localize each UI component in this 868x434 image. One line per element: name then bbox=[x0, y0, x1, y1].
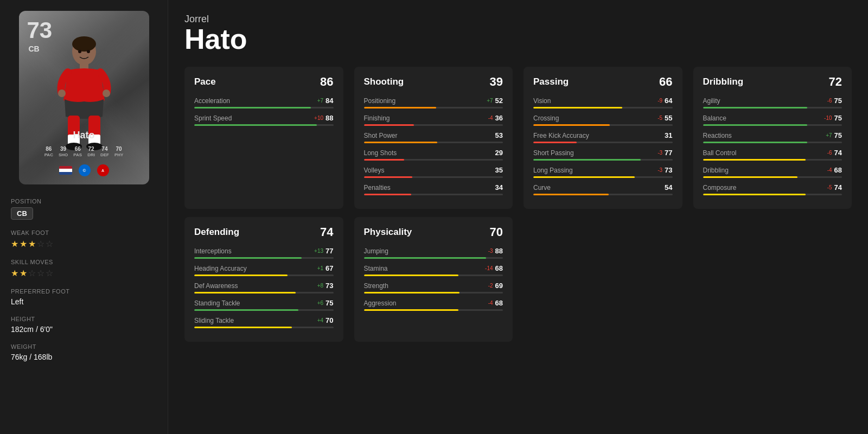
stat-name-physicality-0: Jumping bbox=[364, 247, 388, 255]
svg-point-12 bbox=[87, 50, 90, 53]
height-value: 182cm / 6'0" bbox=[11, 325, 157, 334]
stat-bar-fill-shooting-5 bbox=[364, 194, 411, 195]
stat-value-dribbling-1: 75 bbox=[834, 114, 842, 122]
stat-value-passing-0: 64 bbox=[665, 97, 672, 105]
stat-value-dribbling-2: 75 bbox=[834, 131, 842, 139]
stat-row-dribbling-3: Ball Control-674 bbox=[703, 149, 843, 161]
stat-value-dribbling-5: 74 bbox=[834, 183, 842, 192]
stat-value-passing-5: 54 bbox=[665, 183, 672, 192]
stat-value-shooting-5: 34 bbox=[495, 183, 503, 192]
stat-bar-bg-pace-0 bbox=[194, 107, 334, 108]
stat-bar-bg-physicality-2 bbox=[364, 292, 503, 293]
stat-bar-bg-shooting-5 bbox=[364, 194, 503, 195]
stat-bar-fill-shooting-4 bbox=[364, 176, 413, 178]
stat-bar-fill-passing-3 bbox=[533, 159, 641, 161]
category-name-pace: Pace bbox=[194, 76, 216, 87]
stat-bar-fill-shooting-2 bbox=[364, 142, 438, 143]
stat-name-dribbling-3: Ball Control bbox=[703, 149, 737, 157]
stat-bar-fill-dribbling-5 bbox=[703, 194, 806, 195]
stat-row-passing-5: Curve54 bbox=[533, 183, 673, 195]
category-score-physicality: 70 bbox=[490, 225, 503, 239]
stat-modifier-dribbling-2: +7 bbox=[826, 132, 832, 138]
category-header-shooting: Shooting39 bbox=[364, 75, 503, 89]
stat-bar-bg-passing-3 bbox=[533, 159, 673, 161]
stat-name-passing-5: Curve bbox=[533, 184, 551, 192]
stat-bar-bg-defending-1 bbox=[194, 275, 334, 276]
stat-row-passing-0: Vision-964 bbox=[533, 97, 673, 108]
card-stat-sho: 39 SHO bbox=[59, 146, 68, 157]
stat-bar-bg-physicality-0 bbox=[364, 257, 503, 259]
stat-name-passing-0: Vision bbox=[533, 97, 551, 105]
category-name-dribbling: Dribbling bbox=[703, 76, 744, 87]
stat-row-passing-2: Free Kick Accuracy31 bbox=[533, 131, 673, 143]
stats-grid-top: Pace86Acceleration+784Sprint Speed+1088S… bbox=[184, 67, 852, 217]
stat-name-dribbling-4: Dribbling bbox=[703, 167, 729, 174]
weight-label: Weight bbox=[11, 343, 157, 350]
stat-value-passing-1: 55 bbox=[665, 114, 672, 122]
stat-bar-bg-passing-0 bbox=[533, 107, 673, 108]
stat-bar-fill-physicality-1 bbox=[364, 275, 458, 276]
weak-foot-label: Weak Foot bbox=[11, 229, 157, 236]
card-stat-phy: 70 PHY bbox=[114, 146, 123, 157]
stat-bar-fill-dribbling-0 bbox=[703, 107, 807, 108]
stat-modifier-passing-0: -9 bbox=[658, 98, 662, 104]
stat-row-shooting-2: Shot Power53 bbox=[364, 131, 503, 143]
stat-name-shooting-5: Penalties bbox=[364, 184, 391, 192]
stat-modifier-physicality-3: -4 bbox=[488, 300, 493, 306]
stat-bar-bg-defending-4 bbox=[194, 327, 334, 328]
sho-value: 39 bbox=[60, 146, 66, 152]
weight-section: Weight 76kg / 168lb bbox=[11, 343, 157, 361]
stat-name-defending-1: Heading Accuracy bbox=[194, 265, 247, 272]
player-card: 73 CB bbox=[19, 11, 149, 184]
stat-value-pace-0: 84 bbox=[326, 97, 333, 105]
stat-row-dribbling-0: Agility-675 bbox=[703, 97, 843, 108]
stat-value-defending-3: 75 bbox=[326, 299, 333, 307]
card-stat-pas: 66 PAS bbox=[73, 146, 82, 157]
weak-foot-section: Weak Foot ★★★☆☆ bbox=[11, 229, 157, 249]
stat-row-physicality-3: Aggression-468 bbox=[364, 299, 503, 311]
card-stat-pac: 86 PAC bbox=[44, 146, 53, 157]
stat-bar-bg-shooting-3 bbox=[364, 159, 503, 161]
stat-row-defending-0: Interceptions+1377 bbox=[194, 247, 334, 259]
category-name-shooting: Shooting bbox=[364, 76, 404, 87]
stat-row-shooting-1: Finishing-436 bbox=[364, 114, 503, 126]
stat-bar-bg-shooting-1 bbox=[364, 124, 503, 126]
category-score-dribbling: 72 bbox=[829, 75, 842, 89]
stat-modifier-dribbling-0: -6 bbox=[827, 98, 832, 104]
stat-row-physicality-1: Stamina-1468 bbox=[364, 264, 503, 276]
stat-modifier-passing-1: -5 bbox=[658, 115, 662, 121]
stat-name-passing-3: Short Passing bbox=[533, 149, 574, 157]
stat-modifier-physicality-0: -3 bbox=[488, 248, 493, 254]
pas-label: PAS bbox=[73, 152, 82, 157]
card-position: CB bbox=[29, 44, 40, 53]
stat-value-dribbling-3: 74 bbox=[834, 149, 842, 157]
category-name-physicality: Physicality bbox=[364, 227, 412, 238]
svg-point-3 bbox=[58, 90, 66, 97]
stat-bar-bg-shooting-0 bbox=[364, 107, 503, 108]
stat-row-defending-1: Heading Accuracy+167 bbox=[194, 264, 334, 276]
ea-badge: © bbox=[79, 164, 91, 176]
stat-bar-fill-physicality-3 bbox=[364, 309, 458, 311]
stat-value-passing-2: 31 bbox=[665, 131, 672, 139]
stat-name-passing-4: Long Passing bbox=[533, 167, 573, 174]
sho-label: SHO bbox=[59, 152, 68, 157]
stat-bar-fill-shooting-0 bbox=[364, 107, 436, 108]
stat-bar-bg-dribbling-0 bbox=[703, 107, 843, 108]
stat-value-physicality-3: 68 bbox=[495, 299, 503, 307]
stat-name-defending-2: Def Awareness bbox=[194, 282, 238, 290]
dri-label: DRI bbox=[87, 152, 95, 157]
stat-row-dribbling-1: Balance-1075 bbox=[703, 114, 843, 126]
stat-row-defending-2: Def Awareness+873 bbox=[194, 282, 334, 293]
stat-modifier-dribbling-1: -10 bbox=[824, 115, 832, 121]
stat-bar-fill-pace-0 bbox=[194, 107, 311, 108]
stat-name-passing-1: Crossing bbox=[533, 114, 559, 122]
stat-name-dribbling-2: Reactions bbox=[703, 132, 732, 139]
stat-row-shooting-0: Positioning+752 bbox=[364, 97, 503, 108]
stat-bar-fill-dribbling-1 bbox=[703, 124, 807, 126]
svg-point-2 bbox=[72, 36, 96, 52]
category-header-passing: Passing66 bbox=[533, 75, 673, 89]
stat-bar-bg-shooting-2 bbox=[364, 142, 503, 143]
stat-row-dribbling-2: Reactions+775 bbox=[703, 131, 843, 143]
category-header-physicality: Physicality70 bbox=[364, 225, 503, 239]
pac-label: PAC bbox=[44, 152, 53, 157]
